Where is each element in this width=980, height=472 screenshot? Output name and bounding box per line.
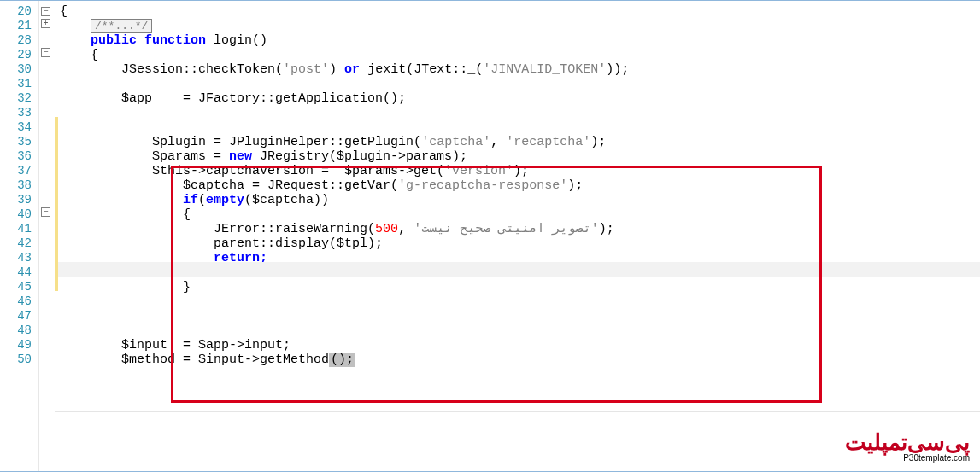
line-number: 41 xyxy=(0,222,38,236)
line-number: 50 xyxy=(0,353,38,367)
code-line xyxy=(60,120,980,135)
line-number: 42 xyxy=(0,236,38,251)
fold-toggle-20[interactable]: − xyxy=(41,7,50,16)
code-line: $captcha = JRequest::getVar('g-recaptcha… xyxy=(60,178,980,193)
code-line: { xyxy=(60,4,980,19)
code-line: public function login() xyxy=(60,33,980,48)
code-line xyxy=(60,106,980,120)
line-number: 47 xyxy=(0,309,38,323)
watermark-logo: پی‌سی‌تمپلیت xyxy=(845,431,970,453)
current-line-highlight xyxy=(55,262,980,277)
line-number: 37 xyxy=(0,164,38,178)
code-line xyxy=(60,309,980,323)
line-number: 21 xyxy=(0,19,38,33)
code-line: $plugin = JPluginHelper::getPlugin('capt… xyxy=(60,135,980,149)
code-line: /**...*/ xyxy=(60,19,980,33)
fold-toggle-40[interactable]: − xyxy=(41,207,50,217)
line-number-gutter: 2021282930313233343536373839404142434445… xyxy=(0,1,39,471)
code-line: JSession::checkToken('post') or jexit(JT… xyxy=(60,62,980,77)
line-number: 20 xyxy=(0,4,38,19)
line-number: 36 xyxy=(0,149,38,164)
fold-toggle-21[interactable]: + xyxy=(41,19,50,28)
folded-docblock[interactable]: /**...*/ xyxy=(91,19,152,33)
code-line: { xyxy=(60,207,980,222)
code-line xyxy=(60,294,980,309)
code-editor[interactable]: 2021282930313233343536373839404142434445… xyxy=(0,1,980,471)
line-number: 35 xyxy=(0,135,38,149)
line-number: 46 xyxy=(0,294,38,309)
line-number: 40 xyxy=(0,207,38,222)
code-line: JError::raiseWarning(500, 'تصویر امنیتی … xyxy=(60,222,980,236)
code-line: $input = $app->input; xyxy=(60,338,980,353)
line-number: 39 xyxy=(0,193,38,207)
line-number: 44 xyxy=(0,265,38,280)
fold-column: − + − − xyxy=(39,1,55,471)
line-number: 45 xyxy=(0,280,38,294)
line-number: 38 xyxy=(0,178,38,193)
line-number: 29 xyxy=(0,48,38,62)
code-line: { xyxy=(60,48,980,62)
code-line xyxy=(60,323,980,338)
fold-toggle-29[interactable]: − xyxy=(41,48,50,57)
separator-line xyxy=(55,411,980,412)
code-area[interactable]: { /**...*/ public function login() { JSe… xyxy=(55,1,980,471)
line-number: 48 xyxy=(0,323,38,338)
line-number: 31 xyxy=(0,77,38,91)
code-line: $this->captchaVersion = $params->get('ve… xyxy=(60,164,980,178)
code-line: $app = JFactory::getApplication(); xyxy=(60,91,980,106)
line-number: 34 xyxy=(0,120,38,135)
watermark: پی‌سی‌تمپلیت P30template.com xyxy=(845,431,970,463)
code-line: $params = new JRegistry($plugin->params)… xyxy=(60,149,980,164)
line-number: 33 xyxy=(0,106,38,120)
code-line: } xyxy=(60,280,980,294)
line-number: 32 xyxy=(0,91,38,106)
code-line: if(empty($captcha)) xyxy=(60,193,980,207)
line-number: 49 xyxy=(0,338,38,353)
code-line xyxy=(60,77,980,91)
line-number: 30 xyxy=(0,62,38,77)
line-number: 43 xyxy=(0,251,38,265)
code-line: $method = $input->getMethod(); xyxy=(60,353,980,367)
code-line: parent::display($tpl); xyxy=(60,236,980,251)
line-number: 28 xyxy=(0,33,38,48)
